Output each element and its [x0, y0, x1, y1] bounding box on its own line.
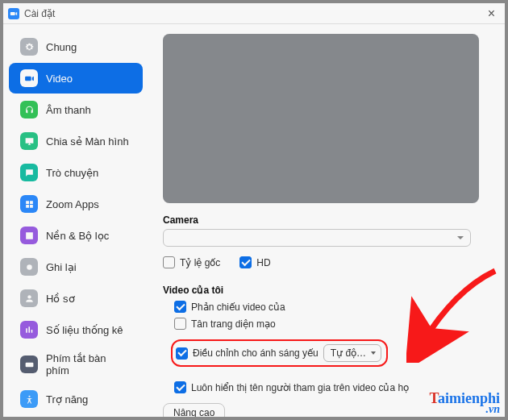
titlebar: Cài đặt ×	[3, 3, 505, 24]
lowlight-mode-select[interactable]: Tự độ…	[323, 344, 381, 362]
profile-icon	[20, 289, 38, 307]
close-icon[interactable]: ×	[485, 5, 498, 23]
video-preview	[163, 34, 479, 203]
keyboard-icon	[20, 356, 38, 373]
checkbox-unchecked-icon	[163, 256, 175, 268]
svg-point-0	[27, 264, 32, 270]
sidebar-item-shortcuts[interactable]: Phím tắt bàn phím	[9, 346, 143, 383]
accessibility-icon	[20, 390, 38, 408]
sidebar-item-label: Video	[46, 73, 73, 85]
lowlight-mode-value: Tự độ…	[331, 347, 366, 359]
sidebar-item-label: Nền & Bộ lọc	[46, 230, 109, 242]
mirror-video-checkbox[interactable]: Phản chiếu video của	[174, 301, 492, 313]
svg-point-1	[27, 295, 31, 298]
chat-icon	[20, 164, 38, 181]
sidebar-item-label: Trợ năng	[46, 393, 88, 405]
always-show-names-label: Luôn hiển thị tên người tham gia trên vi…	[191, 382, 409, 393]
stats-icon	[20, 321, 38, 339]
record-icon	[20, 258, 38, 276]
sidebar-item-label: Chung	[46, 41, 77, 53]
image-icon	[20, 227, 38, 244]
sidebar-item-accessibility[interactable]: Trợ năng	[9, 384, 143, 414]
video-icon	[20, 69, 38, 87]
sidebar-item-audio[interactable]: Âm thanh	[9, 94, 143, 125]
sidebar-item-stats[interactable]: Số liệu thống kê	[9, 314, 143, 345]
app-icon	[8, 8, 19, 19]
hd-checkbox-row[interactable]: HD	[239, 256, 270, 268]
lowlight-label: Điều chỉnh cho ánh sáng yếu	[193, 347, 319, 359]
sidebar-item-profile[interactable]: Hồ sơ	[9, 283, 143, 314]
checkbox-checked-icon	[176, 347, 188, 360]
modal-body: Chung Video Âm thanh Chia sẻ Màn hình Tr…	[3, 24, 505, 417]
gear-icon	[20, 38, 38, 56]
settings-content: Camera Tỷ lệ gốc HD Video của tôi Phản c…	[148, 24, 505, 417]
sidebar-item-label: Hồ sơ	[46, 293, 75, 305]
aspect-ratio-label: Tỷ lệ gốc	[180, 257, 220, 268]
headphones-icon	[20, 101, 38, 119]
sidebar-item-apps[interactable]: Zoom Apps	[9, 189, 143, 219]
touchup-label: Tân trang diện mạo	[191, 318, 276, 330]
always-show-names-checkbox[interactable]: Luôn hiển thị tên người tham gia trên vi…	[174, 381, 492, 393]
checkbox-checked-icon	[239, 256, 252, 268]
aspect-ratio-checkbox-row[interactable]: Tỷ lệ gốc	[163, 256, 220, 268]
sidebar-item-label: Phím tắt bàn phím	[46, 352, 131, 376]
svg-rect-2	[25, 362, 33, 366]
my-video-section-label: Video của tôi	[163, 285, 492, 296]
sidebar-item-background[interactable]: Nền & Bộ lọc	[9, 220, 143, 251]
sidebar-item-recording[interactable]: Ghi lại	[9, 252, 143, 282]
lowlight-checkbox[interactable]: Điều chỉnh cho ánh sáng yếu	[176, 347, 319, 360]
sidebar-item-label: Ghi lại	[46, 261, 77, 273]
settings-modal: Cài đặt × Chung Video Âm thanh Chia sẻ M…	[3, 3, 505, 417]
monitor-icon	[20, 132, 38, 150]
sidebar-item-label: Trò chuyện	[46, 167, 98, 179]
camera-section-label: Camera	[163, 214, 492, 226]
checkbox-checked-icon	[174, 381, 186, 393]
advanced-button-label: Nâng cao	[173, 407, 214, 417]
sidebar-item-label: Chia sẻ Màn hình	[46, 135, 129, 148]
advanced-button[interactable]: Nâng cao	[163, 403, 225, 417]
sidebar-item-chat[interactable]: Trò chuyện	[9, 157, 143, 188]
sidebar-item-general[interactable]: Chung	[9, 31, 143, 62]
svg-point-3	[28, 395, 30, 397]
sidebar: Chung Video Âm thanh Chia sẻ Màn hình Tr…	[3, 24, 148, 417]
checkbox-unchecked-icon	[174, 318, 186, 330]
mirror-video-label: Phản chiếu video của	[191, 301, 285, 313]
window-title: Cài đặt	[24, 8, 55, 19]
sidebar-item-label: Âm thanh	[46, 104, 91, 116]
arrow-annotation	[406, 266, 505, 363]
sidebar-item-video[interactable]: Video	[9, 63, 143, 94]
hd-label: HD	[256, 257, 270, 268]
touchup-checkbox[interactable]: Tân trang diện mạo	[174, 318, 492, 330]
lowlight-row-highlight: Điều chỉnh cho ánh sáng yếu Tự độ…	[171, 339, 388, 367]
camera-select[interactable]	[163, 229, 471, 247]
apps-icon	[20, 195, 38, 213]
sidebar-item-screenshare[interactable]: Chia sẻ Màn hình	[9, 126, 143, 156]
sidebar-item-label: Số liệu thống kê	[46, 324, 123, 336]
sidebar-item-label: Zoom Apps	[46, 198, 99, 210]
checkbox-checked-icon	[174, 301, 186, 313]
